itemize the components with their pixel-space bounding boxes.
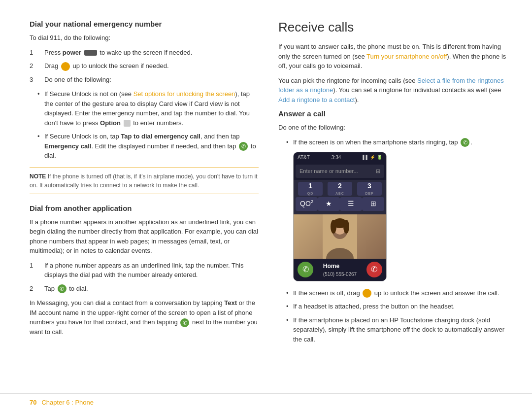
key-3-main: 3 — [367, 181, 371, 191]
dial-step-1-text: If a phone number appears as an underlin… — [44, 261, 259, 280]
signal-icons: ▌▌ ⚡ 🔋 — [363, 154, 382, 161]
answer-bullet-1: If the screen is on when the smartphone … — [286, 137, 507, 281]
phone-call-bar: ✆ Home (510) 555-0267 ✆ — [294, 259, 386, 281]
key-3-sub: DEF — [366, 191, 374, 197]
step-2-num: 2 — [30, 61, 37, 71]
section-answer: Answer a call Do one of the following: I… — [278, 109, 507, 344]
emergency-bullet-2: If Secure Unlock is on, tap Tap to dial … — [37, 132, 259, 161]
contact-number: (510) 555-0267 — [323, 271, 357, 278]
dialpad-key-1: 1 QD — [298, 182, 323, 196]
note-text: If the phone is turned off (that is, if … — [30, 173, 258, 189]
step-2: 2 Drag up to unlock the screen if needed… — [30, 61, 259, 71]
link-select-ringtone[interactable]: Select a file from the ringtones folder … — [278, 77, 504, 94]
star-icon: ★ — [326, 199, 332, 209]
svg-point-5 — [331, 220, 336, 234]
step-1: 1 Press power to wake up the screen if n… — [30, 48, 259, 58]
answer-bullet-2: If the screen is off, drag up to unlock … — [286, 288, 507, 298]
carrier-label: AT&T — [298, 154, 310, 161]
key-1-main: 1 — [308, 181, 312, 191]
receive-intro: If you want to answer calls, the phone m… — [278, 42, 507, 71]
tap-icon-messaging: ✆ — [180, 318, 189, 327]
emergency-bullets: If Secure Unlock is not on (see Set opti… — [37, 89, 259, 161]
dialpad-key-2: 2 ABC — [328, 182, 352, 196]
dialpad-star-btn: ★ — [318, 197, 340, 211]
svg-point-6 — [343, 220, 349, 234]
dial-icon-2: ✆ — [58, 284, 66, 293]
step-3: 3 Do one of the following: — [30, 75, 259, 85]
drag-icon — [61, 62, 70, 71]
dial-app-steps: 1 If a phone number appears as an underl… — [30, 261, 259, 294]
key-2-main: 2 — [338, 181, 342, 191]
section-answer-title: Answer a call — [278, 109, 507, 118]
phone-contact-photo — [294, 214, 386, 259]
emergency-steps: 1 Press power to wake up the screen if n… — [30, 48, 259, 85]
dial-app-outro: In Messaging, you can dial a contact fro… — [30, 298, 259, 337]
link-add-ringtone[interactable]: Add a ringtone to a contact — [278, 96, 355, 103]
emergency-intro: To dial 911, do the following: — [30, 33, 259, 43]
footer-bar: 70 Chapter 6 : Phone — [0, 393, 532, 411]
option-icon — [124, 120, 131, 127]
dial-icon: ✆ — [239, 142, 248, 151]
page-container: Dial your national emergency number To d… — [0, 0, 532, 411]
section-dial-app: Dial from another application If a phone… — [30, 204, 259, 337]
note-label: NOTE — [30, 173, 46, 180]
emergency-bullet-1: If Secure Unlock is not on (see Set opti… — [37, 89, 259, 128]
footer-page-number: 70 — [30, 399, 36, 406]
step-3-num: 3 — [30, 75, 37, 85]
link-set-options[interactable]: Set options for unlocking the screen — [133, 90, 235, 98]
receive-para2: You can pick the ringtone for incoming c… — [278, 76, 507, 105]
grid2-icon: ⊞ — [370, 199, 376, 209]
dial-step-1: 1 If a phone number appears as an underl… — [30, 261, 259, 280]
power-icon — [84, 50, 97, 56]
step-3-text: Do one of the following: — [44, 75, 111, 85]
key-1-sub: QD — [307, 191, 314, 197]
section-receive: If you want to answer calls, the phone m… — [278, 42, 507, 104]
dial-step-2: 2 Tap ✆ to dial. — [30, 284, 259, 294]
answer-bullets: If the screen is on when the smartphone … — [286, 137, 507, 344]
dial-app-intro: If a phone number appears in another app… — [30, 217, 259, 256]
list-icon: ☰ — [348, 199, 354, 209]
contact-name: Home — [323, 262, 357, 271]
section-dial-app-title: Dial from another application — [30, 204, 259, 212]
answer-bullet-3: If a headset is attached, press the butt… — [286, 302, 507, 311]
section-emergency: Dial your national emergency number To d… — [30, 20, 259, 194]
phone-search-bar: Enter name or number... ⊞ — [296, 165, 384, 178]
right-column: Receive calls If you want to answer call… — [278, 20, 507, 391]
dial-step-1-num: 1 — [30, 261, 37, 280]
drag-icon-answer — [363, 289, 371, 298]
dialpad-voicemail-btn: QO2 — [296, 197, 318, 211]
time-label: 3:34 — [332, 154, 341, 161]
answer-bullet-4: If the smartphone is placed on an HP Tou… — [286, 315, 507, 344]
dialpad-list-btn: ☰ — [340, 197, 362, 211]
voicemail-icon: QO2 — [300, 199, 313, 209]
footer-chapter: Chapter 6 : Phone — [41, 399, 94, 406]
page-title: Receive calls — [278, 20, 507, 35]
note-box: NOTE If the phone is turned off (that is… — [30, 168, 259, 194]
dial-step-2-text: Tap ✆ to dial. — [44, 284, 88, 294]
dial-step-2-num: 2 — [30, 284, 37, 294]
dialpad-row-1: 1 QD 2 ABC 3 DEF — [296, 182, 384, 196]
answer-phone-icon: ✆ — [461, 138, 469, 147]
step-1-text: Press power to wake up the screen if nee… — [44, 48, 192, 58]
decline-call-btn[interactable]: ✆ — [366, 262, 382, 277]
key-2-sub: ABC — [335, 191, 344, 197]
dialpad-icons-row: QO2 ★ ☰ ⊞ — [296, 197, 384, 211]
contact-avatar-svg — [323, 214, 357, 259]
answer-intro: Do one of the following: — [278, 123, 507, 133]
step-1-num: 1 — [30, 48, 37, 58]
phone-screenshot: AT&T 3:34 ▌▌ ⚡ 🔋 Enter name or number...… — [293, 152, 387, 281]
dialpad-grid-btn: ⊞ — [362, 197, 384, 211]
phone-dialpad: 1 QD 2 ABC 3 DEF — [294, 180, 386, 214]
answer-call-btn[interactable]: ✆ — [298, 262, 313, 277]
grid-icon: ⊞ — [376, 167, 380, 175]
section-emergency-title: Dial your national emergency number — [30, 20, 259, 28]
contact-info: Home (510) 555-0267 — [323, 262, 357, 278]
left-column: Dial your national emergency number To d… — [30, 20, 259, 391]
link-turn-on-off[interactable]: Turn your smartphone on/off — [366, 53, 447, 60]
step-2-text: Drag up to unlock the screen if needed. — [44, 61, 169, 71]
dialpad-key-3: 3 DEF — [357, 182, 382, 196]
phone-status-bar: AT&T 3:34 ▌▌ ⚡ 🔋 — [294, 152, 386, 163]
search-placeholder: Enter name or number... — [299, 167, 358, 175]
